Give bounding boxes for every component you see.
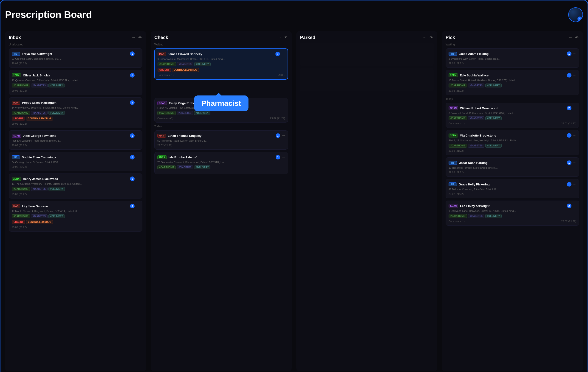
card-james-menu[interactable]: ··· — [282, 52, 285, 56]
card-poppy-menu[interactable]: ··· — [136, 101, 139, 105]
card-leo[interactable]: SCAN Leo Finley Arkwright 2 ··· 1 Oakwoo… — [446, 201, 579, 226]
badge-scan-alfie: SCAN — [12, 134, 21, 138]
pick-eye-btn[interactable]: 👁 — [575, 35, 579, 40]
check-eye-btn[interactable]: 👁 — [284, 35, 288, 40]
card-william-header: SCAN William Robert Greenwood 2 ··· — [449, 106, 576, 111]
card-james[interactable]: MAN James Edward Connelly 2 ··· 9 Cedar … — [154, 49, 288, 80]
check-today-label: Today — [154, 125, 288, 128]
card-james-tags: #CAREHOME #DIABETES #DELIVERY — [158, 62, 285, 66]
card-oscar-right: 1 ··· — [567, 161, 576, 165]
card-isla-menu[interactable]: ··· — [282, 155, 285, 159]
card-mia-footer: 29.02 (21:22) — [449, 149, 576, 152]
card-poppy-count: 3 — [130, 100, 135, 105]
card-william-menu[interactable]: ··· — [573, 106, 576, 110]
card-sophie[interactable]: R1 Sophie Rose Cummings 1 ··· 34 Oakleig… — [9, 152, 142, 171]
card-isla-name: Isla Brooke Ashcroft — [168, 156, 198, 159]
inbox-menu-btn[interactable]: ··· — [132, 35, 136, 40]
card-ethan[interactable]: MAN Ethan Thomas Kingsley 1 ··· 50 Highl… — [154, 130, 288, 150]
tag-delivery: #DELIVERY — [48, 83, 65, 87]
card-lily-name: Lily Jane Osborne — [22, 204, 48, 208]
card-emily[interactable]: SCAN Emily Paige Rutherford ··· Flat 2, … — [154, 98, 288, 122]
card-freya-menu[interactable]: ··· — [136, 52, 139, 56]
tag-carehome-l: #CAREHOME — [12, 214, 30, 218]
card-william[interactable]: SCAN William Robert Greenwood 2 ··· 6 Fo… — [446, 103, 579, 128]
card-evie-right: 1 ··· — [567, 73, 576, 78]
card-lily[interactable]: MAN Lily Jane Osborne 3 ··· 17 Maple Cre… — [9, 201, 142, 231]
card-james-extra-tags: URGENT CONTROLLED DRUG — [158, 68, 285, 72]
card-sophie-footer: 29.02 (21:22) — [12, 165, 139, 168]
card-alfie-address: Flat 3, 6 Lansbury Road, Redhill, Bristo… — [12, 139, 139, 142]
card-jacob[interactable]: R1 Jacob Adam Fielding 1 ··· 2 Sycamore … — [446, 49, 579, 68]
card-mia[interactable]: 2DRX Mia Charlotte Brookstone 1 ··· Flat… — [446, 130, 579, 155]
parked-eye-btn[interactable]: 👁 — [429, 35, 434, 40]
tag-diabetes-m: #DIABETES — [468, 144, 484, 148]
inbox-section-label: Unallocated — [9, 43, 142, 46]
tag-diabetes: #DIABETES — [31, 83, 48, 87]
card-alfie-footer: 29.02 (21:22) — [12, 144, 139, 147]
card-poppy-address: 14 Willow Drive, Southville, Bristol, BS… — [12, 106, 139, 109]
card-alfie[interactable]: SCAN Alfie George Townsend 1 ··· Flat 3,… — [9, 130, 142, 150]
tag-delivery-p: #DELIVERY — [48, 111, 65, 115]
card-leo-tags: #CAREHOME #DIABETES #DELIVERY — [449, 214, 576, 218]
card-sophie-menu[interactable]: ··· — [136, 155, 139, 159]
card-grace-menu[interactable]: ··· — [573, 182, 576, 186]
tag-diabetes-h: #DIABETES — [31, 187, 48, 191]
tag-delivery-e: #DELIVERY — [194, 111, 210, 115]
card-alfie-header: SCAN Alfie George Townsend 1 ··· — [12, 133, 139, 138]
card-freya-right: 1 ··· — [130, 51, 139, 56]
card-isla[interactable]: 2DRX Isla Brooke Ashcroft 1 ··· 78 Glouc… — [154, 152, 288, 174]
card-evie[interactable]: 2DRX Evie Sophia Wallace 1 ··· 15 Manor … — [446, 70, 579, 95]
card-freya[interactable]: R1 Freya Mae Cartwright 1 ··· 23 Greenhi… — [9, 49, 142, 68]
card-leo-comments: Comments (1) — [449, 220, 465, 223]
check-menu-btn[interactable]: ··· — [277, 35, 281, 40]
avatar-button[interactable]: ✏ — [568, 7, 583, 22]
card-emily-menu[interactable]: ··· — [282, 101, 285, 105]
badge-2drx-henry: 2DRX — [12, 177, 21, 181]
card-lily-header: MAN Lily Jane Osborne 3 ··· — [12, 204, 139, 208]
card-mia-menu[interactable]: ··· — [573, 133, 576, 138]
card-henry[interactable]: 2DRX Henry James Blackwood 1 ··· 11 The … — [9, 173, 142, 199]
card-ethan-right: 1 ··· — [276, 133, 285, 138]
card-poppy[interactable]: MAN Poppy Grace Harrington 3 ··· 14 Will… — [9, 97, 142, 128]
card-oliver-menu[interactable]: ··· — [136, 73, 139, 77]
card-evie-menu[interactable]: ··· — [573, 73, 576, 77]
card-ethan-count: 1 — [276, 133, 280, 138]
tag-carehome-w: #CAREHOME — [449, 116, 467, 120]
card-henry-name: Henry James Blackwood — [23, 177, 58, 181]
tag-carehome-i: #CAREHOME — [157, 165, 176, 169]
parked-column: Parked ··· 👁 — [296, 31, 437, 371]
card-henry-footer: 29.02 (21:22) — [12, 193, 139, 196]
card-leo-address: 1 Oakwood Lane, Horwood, Bristol, BS7 8Q… — [449, 210, 576, 212]
card-emily-footer: Comments (1) 29.02 (21:22) — [157, 117, 285, 120]
parked-actions: ··· 👁 — [423, 35, 434, 40]
card-leo-footer: Comments (1) 29.02 (21:22) — [449, 220, 576, 223]
card-jacob-menu[interactable]: ··· — [573, 52, 576, 56]
card-oscar[interactable]: R1 Oscar Noah Harding 1 ··· 10 Rosefield… — [446, 157, 579, 177]
inbox-eye-btn[interactable]: 👁 — [138, 35, 142, 40]
card-ethan-menu[interactable]: ··· — [282, 134, 285, 138]
card-isla-left: 2DRX Isla Brooke Ashcroft — [157, 155, 198, 159]
badge-r1-jacob: R1 — [449, 52, 457, 56]
card-oscar-menu[interactable]: ··· — [573, 161, 576, 165]
card-leo-time: 29.02 (21:22) — [561, 220, 576, 223]
pick-menu-btn[interactable]: ··· — [568, 35, 572, 40]
card-henry-menu[interactable]: ··· — [136, 177, 139, 181]
card-emily-header: SCAN Emily Paige Rutherford ··· — [157, 101, 285, 105]
card-mia-name: Mia Charlotte Brookstone — [460, 134, 496, 137]
badge-r1-sophie: R1 — [12, 155, 20, 159]
card-lily-menu[interactable]: ··· — [136, 204, 139, 208]
card-oliver[interactable]: 2DRX Oliver Jack Sinclair 1 ··· 12 Queen… — [9, 70, 142, 95]
pick-today-label: Today — [446, 97, 579, 101]
tag-diabetes-i: #DIABETES — [177, 165, 193, 169]
card-poppy-left: MAN Poppy Grace Harrington — [12, 101, 56, 105]
card-ethan-time: 29.02 (21:22) — [157, 144, 172, 147]
parked-menu-btn[interactable]: ··· — [423, 35, 427, 40]
card-evie-tags: #CAREHOME #DIABETES #DELIVERY — [449, 83, 576, 87]
card-leo-menu[interactable]: ··· — [573, 204, 576, 208]
card-grace[interactable]: R1 Grace Holly Pickering 1 ··· 42 Belmon… — [446, 179, 579, 198]
card-alfie-menu[interactable]: ··· — [136, 134, 139, 138]
app-container: Prescription Board ✏ Inbox ··· 👁 Unalloc… — [5, 5, 583, 371]
parked-placeholder-2 — [300, 68, 434, 91]
card-lily-left: MAN Lily Jane Osborne — [12, 204, 48, 208]
card-oliver-name: Oliver Jack Sinclair — [23, 74, 51, 77]
